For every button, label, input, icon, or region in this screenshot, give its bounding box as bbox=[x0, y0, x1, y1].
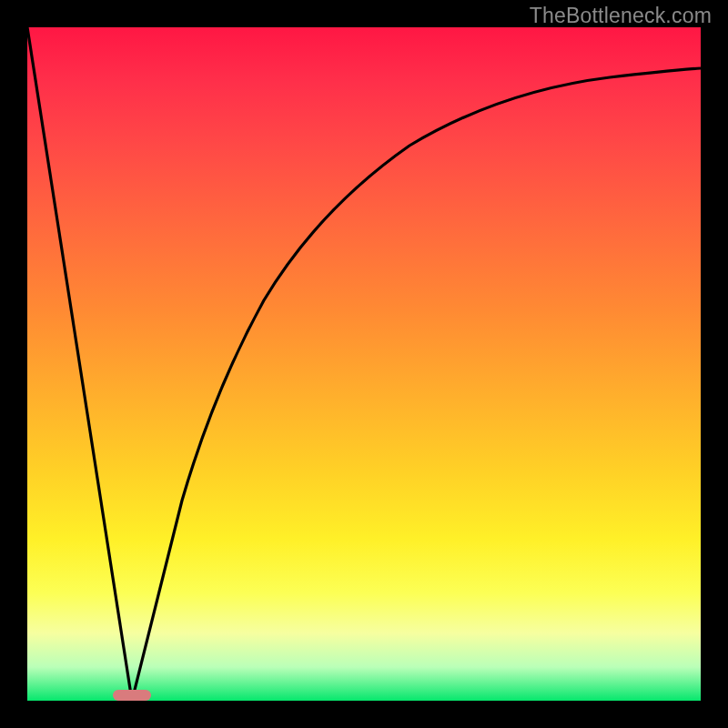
plot-area bbox=[27, 27, 701, 701]
watermark-text: TheBottleneck.com bbox=[530, 4, 712, 28]
left-slope-line bbox=[27, 27, 132, 701]
chart-frame: TheBottleneck.com bbox=[0, 0, 728, 728]
right-curve-line bbox=[132, 68, 701, 701]
curve-layer bbox=[27, 27, 701, 701]
optimal-marker bbox=[113, 690, 151, 701]
